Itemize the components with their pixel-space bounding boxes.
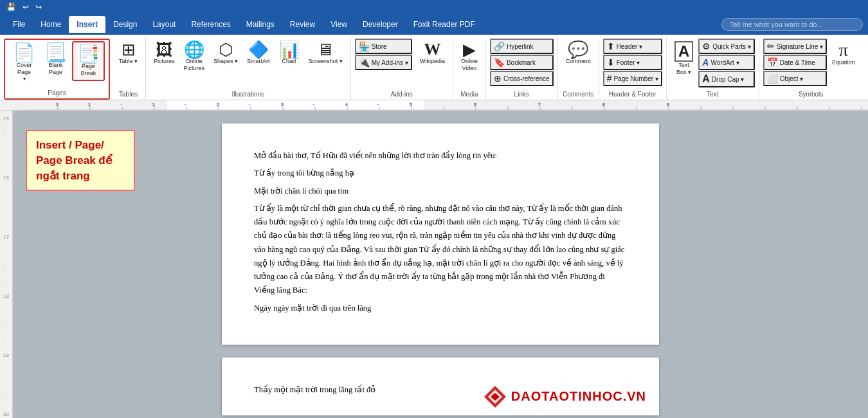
drop-cap-button[interactable]: A Drop Cap ▾: [698, 71, 754, 87]
watermark-text: DAOTAOTINHOC.VN: [511, 389, 646, 404]
object-icon: ⬜: [767, 73, 778, 84]
media-group-content: ▶ OnlineVideo: [457, 39, 482, 89]
signature-line-button[interactable]: ✏ Signature Line ▾: [763, 39, 827, 54]
object-button[interactable]: ⬜ Object ▾: [763, 71, 827, 86]
tab-layout[interactable]: Layout: [145, 16, 183, 33]
tab-references[interactable]: References: [183, 16, 238, 33]
comment-label: Comment: [566, 58, 591, 65]
footer-label: Footer ▾: [617, 59, 640, 66]
addins-btn-row: 🏪 Store 🔌 My Add-ins ▾: [355, 39, 412, 70]
smartart-button[interactable]: 🔷 SmartArt: [243, 39, 274, 68]
wikipedia-button[interactable]: W Wikipedia: [416, 39, 449, 68]
symbols-small-row: ✏ Signature Line ▾ 📅 Date & Time ⬜ Objec…: [763, 39, 827, 86]
links-group: 🔗 Hyperlink 🔖 Bookmark ⊕ Cross-reference…: [486, 37, 558, 100]
date-time-label: Date & Time: [780, 59, 815, 66]
quick-access-toolbar: 💾 ↩ ↪: [0, 0, 868, 14]
svg-text:4: 4: [345, 102, 348, 107]
comment-button[interactable]: 💬 Comment: [562, 39, 595, 68]
quick-parts-button[interactable]: ⚙ Quick Parts ▾: [698, 39, 754, 54]
screenshot-icon: 🖥: [317, 41, 334, 58]
svg-text:·: ·: [185, 102, 186, 107]
pages-group-content: 📄 CoverPage ▾ 📃 BlankPage 📑 PageBreak: [9, 41, 105, 87]
bookmark-button[interactable]: 🔖 Bookmark: [490, 55, 554, 70]
blank-page-button[interactable]: 📃 BlankPage: [41, 41, 71, 78]
header-button[interactable]: ⬆ Header ▾: [603, 39, 662, 54]
save-quick-btn[interactable]: 💾: [5, 3, 17, 12]
online-video-label: OnlineVideo: [461, 58, 478, 72]
footer-button[interactable]: ⬇ Footer ▾: [603, 55, 662, 70]
tab-design[interactable]: Design: [105, 16, 145, 33]
svg-text:5: 5: [410, 102, 412, 107]
watermark: DAOTAOTINHOC.VN: [483, 385, 646, 409]
cross-reference-button[interactable]: ⊕ Cross-reference: [490, 71, 554, 86]
chart-button[interactable]: 📊 Chart: [275, 39, 303, 68]
watermark-logo-svg: [483, 385, 507, 409]
horizontal-ruler: 2 1 · 1 · 2 · 3 · 4 · 5 6 7 8 9: [0, 100, 868, 111]
online-pictures-label: OnlinePictures: [184, 58, 205, 72]
object-label: Object ▾: [780, 75, 804, 82]
pages-group: 📄 CoverPage ▾ 📃 BlankPage 📑 PageBreak Pa…: [4, 39, 110, 100]
table-button[interactable]: ⊞ Table ▾: [115, 39, 141, 68]
svg-text:·: ·: [249, 102, 250, 107]
wikipedia-icon: W: [424, 41, 440, 58]
para-5: Ngày ngày mặt trời đi qua trên lăng: [254, 302, 627, 315]
pictures-button[interactable]: 🖼 Pictures: [150, 39, 179, 68]
header-footer-group-content: ⬆ Header ▾ ⬇ Footer ▾ # Page Number ▾: [603, 39, 662, 89]
store-icon: 🏪: [359, 41, 370, 51]
quick-parts-icon: ⚙: [702, 41, 710, 51]
page-break-icon: 📑: [77, 45, 100, 63]
text-group-content: A TextBox ▾ ⚙ Quick Parts ▾ A WordArt ▾ …: [671, 39, 755, 89]
tab-mailings[interactable]: Mailings: [239, 16, 282, 33]
store-button[interactable]: 🏪 Store: [355, 39, 412, 54]
cover-page-arrow: ▾: [23, 76, 26, 82]
para-3: Mặt trời chân lí chói qua tim: [254, 185, 627, 198]
wikipedia-label: Wikipedia: [420, 58, 445, 65]
date-time-button[interactable]: 📅 Date & Time: [763, 55, 827, 70]
text-small-row: ⚙ Quick Parts ▾ A WordArt ▾ A Drop Cap ▾: [698, 39, 754, 87]
tab-home[interactable]: Home: [33, 16, 69, 33]
tab-foxit[interactable]: Foxit Reader PDF: [406, 16, 483, 33]
tab-review[interactable]: Review: [282, 16, 323, 33]
quick-parts-label: Quick Parts ▾: [712, 43, 750, 50]
svg-text:9: 9: [667, 102, 669, 107]
tab-file[interactable]: File: [5, 16, 33, 33]
header-footer-group-label: Header & Footer: [603, 89, 662, 100]
pictures-label: Pictures: [154, 58, 175, 65]
screenshot-button[interactable]: 🖥 Screenshot ▾: [305, 39, 347, 68]
addins-group-content: 🏪 Store 🔌 My Add-ins ▾ W Wikipedia: [355, 39, 449, 89]
shapes-button[interactable]: ⬡ Shapes ▾: [210, 39, 242, 68]
tab-view[interactable]: View: [323, 16, 355, 33]
my-addins-label: My Add-ins ▾: [372, 59, 408, 66]
hyperlink-button[interactable]: 🔗 Hyperlink: [490, 39, 554, 54]
signature-line-label: Signature Line ▾: [777, 43, 823, 50]
undo-quick-btn[interactable]: ↩: [21, 3, 30, 12]
tables-group-label: Tables: [115, 89, 141, 100]
wordart-button[interactable]: A WordArt ▾: [698, 55, 754, 70]
tab-insert[interactable]: Insert: [69, 16, 105, 33]
equation-button[interactable]: π Equation: [828, 39, 859, 69]
page-number-button[interactable]: # Page Number ▾: [603, 71, 662, 86]
chart-label: Chart: [282, 58, 296, 65]
media-group-label: Media: [457, 89, 482, 100]
illustrations-group-content: 🖼 Pictures 🌐 OnlinePictures ⬡ Shapes ▾ 🔷…: [150, 39, 347, 89]
blank-page-icon: 📃: [44, 44, 67, 62]
tell-me-input[interactable]: [721, 18, 863, 31]
page-break-button[interactable]: 📑 PageBreak: [72, 41, 105, 81]
text-box-button[interactable]: A TextBox ▾: [671, 39, 697, 78]
ruler-bar: 2 1 · 1 · 2 · 3 · 4 · 5 6 7 8 9: [26, 100, 868, 110]
comments-group-label: Comments: [562, 89, 595, 100]
vertical-ruler: 15··· 16··· 17··· 18··· 19··· 20··· 21··…: [0, 111, 13, 418]
svg-text:6: 6: [474, 102, 476, 107]
tables-group-content: ⊞ Table ▾: [115, 39, 141, 89]
svg-text:7: 7: [538, 102, 541, 107]
redo-quick-btn[interactable]: ↪: [34, 3, 43, 12]
table-icon: ⊞: [122, 41, 136, 58]
online-pictures-button[interactable]: 🌐 OnlinePictures: [180, 39, 209, 75]
text-group-label: Text: [671, 89, 755, 100]
tab-developer[interactable]: Developer: [355, 16, 406, 33]
cover-page-button[interactable]: 📄 CoverPage ▾: [9, 41, 39, 84]
my-addins-button[interactable]: 🔌 My Add-ins ▾: [355, 55, 412, 70]
page-number-icon: #: [607, 73, 612, 84]
chart-icon: 📊: [279, 41, 300, 58]
online-video-button[interactable]: ▶ OnlineVideo: [457, 39, 482, 75]
